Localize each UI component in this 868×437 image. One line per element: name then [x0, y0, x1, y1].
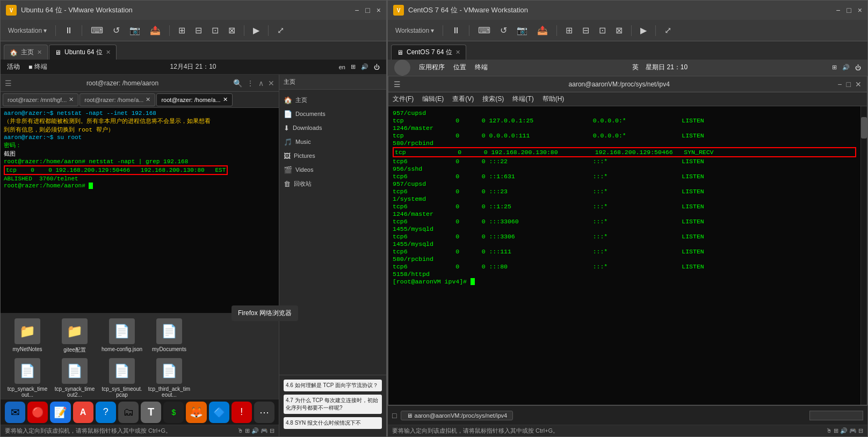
desktop-icon-1[interactable]: 📁 myNetNotes: [6, 318, 49, 354]
taskbar-alert[interactable]: !: [232, 402, 252, 423]
toolbar-snapshot[interactable]: ↺: [110, 24, 123, 37]
fm-item-music[interactable]: 🎵 Music: [279, 135, 386, 149]
right-toolbar-snap1[interactable]: ↺: [497, 24, 510, 37]
fm-item-docs[interactable]: 📄 Documents: [279, 107, 386, 121]
taskbar-firefox[interactable]: 🦊: [186, 402, 206, 423]
toolbar-send-ctrl-alt-del[interactable]: ⌨: [88, 24, 106, 37]
desktop-icon-6[interactable]: 📄 tcp_synack_timeout2...: [53, 358, 96, 398]
centos-taskbar-search[interactable]: [809, 411, 863, 420]
right-close-btn[interactable]: ×: [858, 6, 862, 14]
right-toolbar-view4[interactable]: ⊠: [612, 24, 626, 37]
tab-ubuntu-close[interactable]: ✕: [106, 49, 111, 56]
ft-maximize-btn[interactable]: □: [847, 80, 851, 89]
fm-item-pictures[interactable]: 🖼 Pictures: [279, 149, 386, 163]
centos-terminal-menu[interactable]: 终端: [475, 63, 488, 72]
right-toolbar-fullscreen[interactable]: ⤢: [661, 24, 675, 37]
ft-body[interactable]: 957/cupsd tcp 0 0 127.0.0.1:25 0.0.0.0:*…: [388, 106, 860, 405]
fm-item-home[interactable]: 🏠 主页: [279, 93, 386, 107]
toolbar-terminal-btn[interactable]: ▶: [250, 24, 263, 37]
terminal-tab-1[interactable]: root@razer: /mnt/hgf... ✕: [3, 93, 78, 106]
workstation-menu[interactable]: Workstation ▾: [5, 25, 50, 36]
centos-taskbar-terminal-item[interactable]: 🖥 aaron@aaronVM:/proc/sys/net/ipv4: [401, 411, 513, 420]
desktop-icon-5[interactable]: 📄 tcp_synack_timeout...: [6, 358, 49, 398]
terminal-menu2-icon[interactable]: ⋮: [247, 79, 254, 88]
tab-centos[interactable]: 🖥 CentOS 7 64 位 ✕: [391, 45, 466, 60]
taskbar-email[interactable]: ✉: [5, 402, 25, 423]
ft-menu-view[interactable]: 查看(V): [452, 94, 474, 104]
tab-home[interactable]: 🏠 主页 ✕: [4, 45, 48, 60]
ft-menu-edit[interactable]: 编辑(E): [422, 94, 444, 104]
taskbar-more[interactable]: ⋯: [254, 402, 274, 423]
terminal-tab-2-close[interactable]: ✕: [146, 96, 150, 103]
desktop-icon-3[interactable]: 📄 home-config.json: [100, 318, 143, 354]
ft-menu-icon[interactable]: ☰: [394, 80, 401, 89]
taskbar-help[interactable]: ?: [96, 402, 116, 423]
right-toolbar-view3[interactable]: ⊡: [596, 24, 609, 37]
desktop-icon-4[interactable]: 📄 myDocuments: [148, 318, 191, 354]
fm-item-downloads[interactable]: ⬇ Downloads: [279, 121, 386, 135]
toolbar-pause-btn[interactable]: ⏸: [61, 25, 76, 37]
tab-home-close[interactable]: ✕: [37, 49, 42, 56]
right-toolbar-terminal[interactable]: ▶: [637, 24, 650, 37]
terminal-body[interactable]: aaron@razer:~$ netstat -napt --inet 192.…: [1, 108, 279, 313]
toolbar-share[interactable]: 📤: [147, 24, 164, 37]
terminal-search-icon[interactable]: 🔍: [233, 79, 242, 88]
terminal-tab-2[interactable]: root@razer: /home/a... ✕: [79, 93, 155, 106]
ft-close-btn[interactable]: ✕: [855, 80, 862, 89]
taskbar-terminal[interactable]: $: [163, 402, 184, 423]
tab-centos-close[interactable]: ✕: [455, 49, 460, 56]
fm-item-trash[interactable]: 🗑 回收站: [279, 177, 386, 191]
gnome-activities-btn[interactable]: 活动: [7, 62, 20, 71]
centos-location-menu[interactable]: 位置: [453, 63, 466, 72]
terminal-tab-1-close[interactable]: ✕: [69, 96, 74, 103]
terminal-tab-3-close[interactable]: ✕: [223, 96, 228, 103]
toolbar-fullscreen-btn[interactable]: ⤢: [274, 24, 287, 37]
desktop-icon-7[interactable]: 📄 tcp_sys_timeout.pcap: [100, 358, 143, 398]
right-minimize-btn[interactable]: −: [836, 6, 840, 14]
ft-scrollbar-thumb[interactable]: [861, 117, 867, 139]
ft-menu-file[interactable]: 文件(F): [393, 94, 414, 104]
right-workstation-menu[interactable]: Workstation ▾: [392, 25, 437, 36]
right-toolbar-view2[interactable]: ⊟: [579, 24, 592, 37]
taskbar-files[interactable]: 🗂: [118, 402, 139, 423]
desktop-area: 📁 myNetNotes 📁 gitee配置 📄 home-config.jso…: [1, 313, 279, 399]
toolbar-view4[interactable]: ⊠: [225, 24, 238, 37]
ft-menu-terminal[interactable]: 终端(T): [512, 94, 533, 104]
right-tabs-bar: 🖥 CentOS 7 64 位 ✕: [388, 41, 867, 60]
toolbar-snapshot2[interactable]: 📷: [126, 24, 143, 37]
terminal-up-icon[interactable]: ∧: [258, 79, 264, 88]
taskbar-rhythmbox[interactable]: 🔴: [27, 402, 48, 423]
toolbar-view3[interactable]: ⊡: [208, 24, 222, 37]
ft-scrollbar[interactable]: [860, 106, 867, 405]
ft-row-httpd: 5158/httpd: [393, 271, 856, 278]
terminal-menu-icon[interactable]: ☰: [5, 79, 12, 88]
left-window-controls: − □ ×: [355, 6, 381, 14]
terminal-close-icon[interactable]: ✕: [268, 79, 274, 88]
right-titlebar: V CentOS 7 64 位 - VMware Workstation − □…: [388, 1, 867, 20]
left-close-btn[interactable]: ×: [377, 6, 381, 14]
terminal-tab-3[interactable]: root@razer: /home/a... ✕: [156, 93, 232, 106]
desktop-icon-2[interactable]: 📁 gitee配置: [53, 318, 96, 354]
taskbar-typora[interactable]: T: [141, 402, 161, 423]
taskbar-docs[interactable]: 📝: [50, 402, 70, 423]
ft-menu-help[interactable]: 帮助(H): [542, 94, 565, 104]
right-toolbar-view1[interactable]: ⊞: [562, 24, 576, 37]
taskbar-appstore[interactable]: A: [73, 402, 93, 423]
desktop-icon-8[interactable]: 📄 tcp_third_ack_timeout...: [148, 358, 191, 398]
fm-item-videos[interactable]: 🎬 Videos: [279, 163, 386, 177]
tab-ubuntu[interactable]: 🖥 Ubuntu 64 位 ✕: [49, 45, 117, 60]
ft-minimize-btn[interactable]: −: [837, 80, 842, 89]
toolbar-view1[interactable]: ⊞: [175, 24, 189, 37]
centos-taskbar-icon[interactable]: □: [392, 411, 396, 420]
centos-apps-menu[interactable]: 应用程序: [419, 63, 445, 72]
left-minimize-btn[interactable]: −: [355, 6, 359, 14]
taskbar-vscode[interactable]: 🔷: [209, 402, 229, 423]
ft-menu-search[interactable]: 搜索(S): [482, 94, 504, 104]
right-toolbar-pause[interactable]: ⏸: [449, 25, 464, 37]
right-toolbar-snap2[interactable]: 📷: [513, 24, 531, 37]
right-maximize-btn[interactable]: □: [847, 6, 851, 14]
right-toolbar-share[interactable]: 📤: [534, 24, 551, 37]
right-toolbar-kbd[interactable]: ⌨: [475, 24, 494, 37]
left-maximize-btn[interactable]: □: [365, 6, 370, 14]
toolbar-view2[interactable]: ⊟: [192, 24, 205, 37]
